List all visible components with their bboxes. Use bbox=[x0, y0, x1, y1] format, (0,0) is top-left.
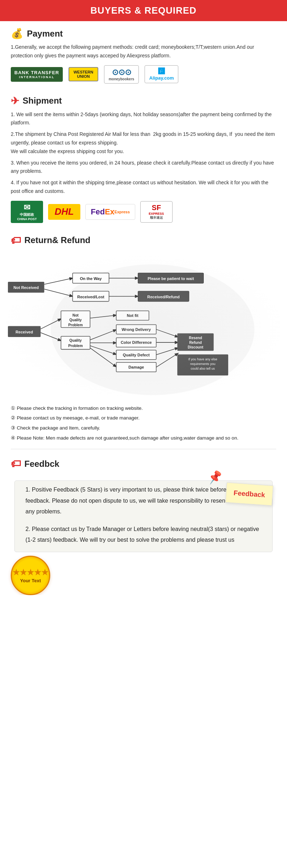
feedback-header: 🏷 Feedbck bbox=[0, 451, 287, 477]
payment-icon: 💰 bbox=[11, 28, 23, 39]
star-badge-area: ★★★★★ Your Text bbox=[11, 556, 276, 595]
sf-express-logo: SF EXPRESS 顺丰速运 bbox=[140, 201, 173, 223]
feedback-para2: 2. Please contact us by Trade Manager or… bbox=[25, 524, 262, 546]
flowchart-container: Not Received On the Way Please be patien… bbox=[0, 253, 287, 400]
flowchart-svg: Not Received On the Way Please be patien… bbox=[7, 257, 280, 395]
bank-transfer-logo: BANK TRANSFER INTERNATIONAL bbox=[11, 67, 63, 82]
western-union-logo: WESTERN UNION bbox=[69, 67, 98, 81]
svg-text:Wrong Delivery: Wrong Delivery bbox=[122, 327, 151, 331]
divider bbox=[11, 449, 276, 449]
china-post-logo: ✉ 中国邮政 CHINA POST bbox=[11, 201, 43, 223]
star-badge: ★★★★★ Your Text bbox=[11, 556, 50, 595]
payment-logos: BANK TRANSFER INTERNATIONAL WESTERN UNIO… bbox=[11, 65, 276, 84]
star-icons: ★★★★★ bbox=[13, 568, 48, 577]
svg-text:Please be patient to wait: Please be patient to wait bbox=[147, 276, 194, 281]
shipment-para2: 2.The shipment by China Post Registered … bbox=[11, 130, 276, 156]
feedback-card-wrapper: 📌 Feedback 1. Positive Feedback (5 Stars… bbox=[7, 480, 280, 552]
payment-text: 1.Generally, we accept the following pay… bbox=[11, 43, 276, 60]
moneybookers-logo: ⊙⊙⊙ moneybookers bbox=[104, 65, 139, 84]
svg-text:On the Way: On the Way bbox=[80, 276, 102, 281]
return-icon: 🏷 bbox=[11, 234, 21, 246]
svg-text:Quality Defect: Quality Defect bbox=[123, 352, 150, 357]
svg-line-3 bbox=[44, 278, 72, 284]
alipay-logo: 🅰 Alipay.com bbox=[145, 65, 178, 83]
note-item-2: ② Please contact us by meesage, e-mail, … bbox=[11, 413, 276, 423]
dhl-logo: DHL bbox=[48, 204, 80, 220]
svg-text:Received/Lost: Received/Lost bbox=[77, 294, 104, 299]
svg-text:requirements you: requirements you bbox=[190, 362, 215, 366]
svg-text:Resend: Resend bbox=[189, 336, 202, 340]
page-header: BUYERS & REQUIRED bbox=[0, 0, 287, 21]
shipment-title: ✈ Shipment bbox=[11, 95, 276, 107]
note-item-1: ① Please check the tracking in formation… bbox=[11, 404, 276, 413]
feedback-icon: 🏷 bbox=[11, 458, 21, 470]
svg-text:Quality: Quality bbox=[69, 338, 82, 342]
svg-text:Discount: Discount bbox=[188, 345, 203, 349]
svg-text:Received/Refund: Received/Refund bbox=[147, 294, 180, 299]
svg-text:Problem: Problem bbox=[68, 344, 83, 348]
svg-text:Damage: Damage bbox=[128, 365, 144, 369]
shipping-logos: ✉ 中国邮政 CHINA POST DHL FedEx Express SF E… bbox=[11, 201, 276, 223]
return-refund-title: 🏷 Return& Refund bbox=[11, 234, 276, 246]
svg-text:Color Difference: Color Difference bbox=[121, 340, 152, 345]
note-item-4: ④ Please Note: Men made defects are not … bbox=[11, 433, 276, 443]
svg-text:Refund: Refund bbox=[189, 341, 202, 345]
svg-text:Problem: Problem bbox=[68, 323, 83, 327]
header-title: BUYERS & REQUIRED bbox=[90, 5, 197, 16]
fedex-logo: FedEx Express bbox=[85, 204, 135, 220]
note-item-3: ③ Check the package and Item, carefully. bbox=[11, 423, 276, 433]
svg-text:If you have any else: If you have any else bbox=[188, 357, 217, 361]
pin-icon: 📌 bbox=[207, 469, 224, 485]
svg-line-9 bbox=[44, 289, 72, 296]
svg-text:Not Received: Not Received bbox=[13, 285, 39, 290]
feedback-title: 🏷 Feedbck bbox=[11, 458, 276, 470]
svg-text:Received: Received bbox=[15, 330, 33, 334]
svg-text:could also tell us: could also tell us bbox=[190, 367, 215, 370]
shipment-icon: ✈ bbox=[11, 95, 19, 107]
shipment-para3: 3. When you receive the items you ordere… bbox=[11, 159, 276, 176]
return-refund-section: 🏷 Return& Refund bbox=[0, 228, 287, 253]
shipment-section: ✈ Shipment 1. We will sent the items wit… bbox=[0, 89, 287, 228]
svg-text:Not: Not bbox=[72, 313, 79, 317]
svg-text:Not fit: Not fit bbox=[127, 313, 138, 318]
shipment-para4: 4. If you have not got it within the shi… bbox=[11, 179, 276, 196]
feedback-note-card: Feedback bbox=[225, 483, 273, 506]
shipment-para1: 1. We will sent the items within 2-5days… bbox=[11, 110, 276, 128]
star-badge-text: Your Text bbox=[20, 578, 41, 583]
payment-title: 💰 Payment bbox=[11, 28, 276, 39]
notes-list: ① Please check the tracking in formation… bbox=[0, 400, 287, 447]
svg-text:Quality: Quality bbox=[69, 318, 82, 322]
payment-section: 💰 Payment 1.Generally, we accept the fol… bbox=[0, 21, 287, 89]
